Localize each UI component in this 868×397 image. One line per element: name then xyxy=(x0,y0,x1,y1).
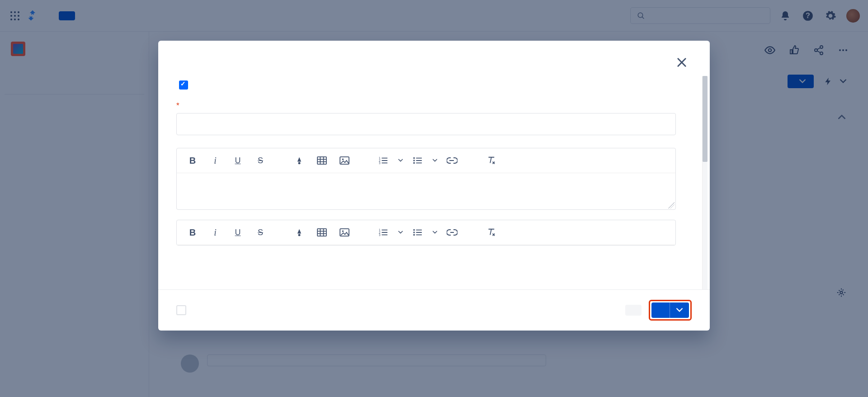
ordered-list-more-button[interactable] xyxy=(395,151,406,170)
chevron-down-icon xyxy=(676,308,683,312)
ordered-list-button[interactable]: 123 xyxy=(372,151,395,170)
create-test-case-modal: * B i U S 123 xyxy=(158,41,710,331)
precondition-editor[interactable]: B i U S 123 xyxy=(176,220,676,246)
precondition-toolbar: B i U S 123 xyxy=(177,220,675,245)
scrollbar-thumb[interactable] xyxy=(703,76,708,162)
objective-toolbar: B i U S 123 xyxy=(177,148,675,173)
link-button[interactable] xyxy=(441,151,463,170)
bullet-list-more-button[interactable] xyxy=(429,223,441,242)
table-button[interactable] xyxy=(311,151,333,170)
svg-point-39 xyxy=(413,234,415,236)
image-button[interactable] xyxy=(333,151,356,170)
svg-rect-31 xyxy=(317,229,326,236)
underline-button[interactable]: U xyxy=(226,151,249,170)
cancel-button[interactable] xyxy=(625,305,642,316)
image-button[interactable] xyxy=(333,223,356,242)
bullet-list-button[interactable] xyxy=(406,151,429,170)
svg-point-20 xyxy=(298,162,301,164)
create-button[interactable] xyxy=(651,302,670,318)
create-another-checkbox[interactable] xyxy=(176,305,192,315)
objective-editor[interactable]: B i U S 123 xyxy=(176,148,676,210)
table-button[interactable] xyxy=(311,223,333,242)
clear-formatting-button[interactable] xyxy=(480,151,502,170)
svg-point-33 xyxy=(342,231,344,232)
ordered-list-button[interactable]: 123 xyxy=(372,223,395,242)
objective-textarea[interactable] xyxy=(177,173,675,209)
svg-rect-21 xyxy=(317,157,326,164)
bullet-list-button[interactable] xyxy=(406,223,429,242)
svg-text:3: 3 xyxy=(379,161,381,165)
italic-button[interactable]: i xyxy=(204,151,226,170)
name-field-label: * xyxy=(176,101,689,110)
modal-overlay: * B i U S 123 xyxy=(0,0,868,397)
svg-point-28 xyxy=(413,160,415,161)
issue-type-icon xyxy=(179,80,188,90)
create-split-button-highlight xyxy=(649,300,692,321)
svg-point-27 xyxy=(413,157,415,159)
underline-button[interactable]: U xyxy=(226,223,249,242)
text-color-button[interactable] xyxy=(288,223,311,242)
strikethrough-button[interactable]: S xyxy=(249,223,272,242)
close-icon xyxy=(675,56,688,69)
bold-button[interactable]: B xyxy=(181,151,204,170)
name-input[interactable] xyxy=(176,113,676,135)
checkbox-icon xyxy=(176,305,186,315)
text-color-button[interactable] xyxy=(288,151,311,170)
ordered-list-more-button[interactable] xyxy=(395,223,406,242)
clear-formatting-button[interactable] xyxy=(480,223,502,242)
svg-point-37 xyxy=(413,229,415,231)
link-button[interactable] xyxy=(441,223,463,242)
svg-point-29 xyxy=(413,162,415,164)
italic-button[interactable]: i xyxy=(204,223,226,242)
svg-point-38 xyxy=(413,232,415,233)
svg-text:3: 3 xyxy=(379,233,381,236)
linked-issue-row xyxy=(176,80,689,90)
svg-point-30 xyxy=(298,234,301,236)
close-button[interactable] xyxy=(675,56,688,69)
create-dropdown-button[interactable] xyxy=(670,302,689,318)
modal-scrollbar[interactable] xyxy=(702,76,708,289)
bold-button[interactable]: B xyxy=(181,223,204,242)
strikethrough-button[interactable]: S xyxy=(249,151,272,170)
bullet-list-more-button[interactable] xyxy=(429,151,441,170)
svg-point-23 xyxy=(342,159,344,161)
